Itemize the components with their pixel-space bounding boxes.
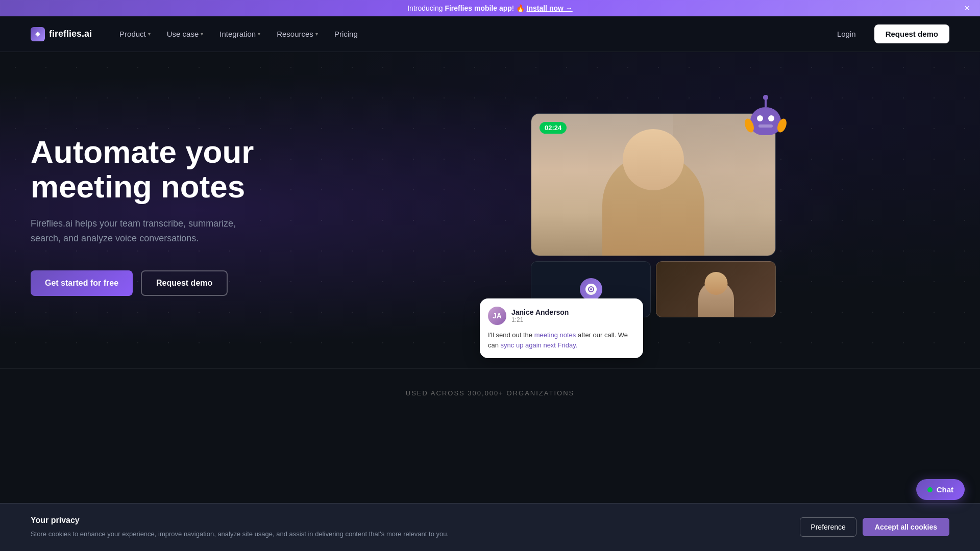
cookie-text: Your privacy Store cookies to enhance yo… [31,516,769,539]
nav-item-integration[interactable]: Integration ▾ [212,26,267,42]
get-started-button[interactable]: Get started for free [31,270,133,296]
chat-message: I'll send out the meeting notes after ou… [488,330,635,350]
main-video: 02:24 [531,113,776,256]
chevron-down-icon: ▾ [315,31,318,37]
logo-text: fireflies.ai [49,29,92,39]
cookie-description: Store cookies to enhance your experience… [31,529,769,539]
hero-subtitle: Fireflies.ai helps your team transcribe,… [31,216,245,246]
logo-icon [31,27,45,41]
chat-widget-button[interactable]: Chat [916,479,965,500]
video-timer: 02:24 [540,122,567,134]
chevron-down-icon: ▾ [201,31,203,37]
participant-video [656,261,776,317]
stats-section: USED ACROSS 300,000+ ORGANIZATIONS [0,368,980,433]
chat-timestamp: 1:21 [511,316,569,323]
banner-text: Introducing Fireflies mobile app! 🔥 Inst… [407,4,573,12]
notetaker-logo [580,278,602,300]
banner-close-button[interactable]: × [964,3,970,14]
avatar: JA [488,307,506,325]
nav-right: Login Request demo [827,24,949,43]
chat-bubble-header: JA Janice Anderson 1:21 [488,307,635,325]
cookie-banner: Your privacy Store cookies to enhance yo… [0,503,980,552]
chat-online-indicator [927,487,933,492]
hero-buttons: Get started for free Request demo [31,270,327,296]
chevron-down-icon: ▾ [258,31,260,37]
nav-item-product[interactable]: Product ▾ [112,26,158,42]
chat-widget-label: Chat [937,485,953,494]
stats-label: USED ACROSS 300,000+ ORGANIZATIONS [31,389,949,397]
nav-item-resources[interactable]: Resources ▾ [270,26,325,42]
hero-content: Automate your meeting notes Fireflies.ai… [31,135,327,296]
nav-item-usecase[interactable]: Use case ▾ [160,26,211,42]
chevron-down-icon: ▾ [148,31,151,37]
cookie-title: Your privacy [31,516,769,525]
preference-button[interactable]: Preference [800,517,856,537]
chat-person-name: Janice Anderson [511,308,569,316]
request-demo-button-hero[interactable]: Request demo [141,270,228,296]
hero-title: Automate your meeting notes [31,135,327,204]
login-button[interactable]: Login [827,26,866,42]
svg-point-1 [37,33,39,35]
video-demo-container: 02:24 JA Janice Anderson 1:21 [531,113,776,317]
nav-links: Product ▾ Use case ▾ Integration ▾ Resou… [112,26,827,42]
navbar: fireflies.ai Product ▾ Use case ▾ Integr… [0,16,980,52]
hero-section: Automate your meeting notes Fireflies.ai… [0,52,980,368]
hero-visual: 02:24 JA Janice Anderson 1:21 [327,113,949,317]
logo[interactable]: fireflies.ai [31,27,92,41]
chat-bubble: JA Janice Anderson 1:21 I'll send out th… [480,298,643,358]
top-banner: Introducing Fireflies mobile app! 🔥 Inst… [0,0,980,16]
request-demo-button[interactable]: Request demo [874,24,949,43]
cookie-buttons: Preference Accept all cookies [800,517,949,537]
nav-item-pricing[interactable]: Pricing [327,26,365,42]
svg-point-3 [590,288,592,290]
accept-cookies-button[interactable]: Accept all cookies [863,518,949,536]
banner-install-link[interactable]: Install now → [527,4,573,12]
robot-mascot [745,98,791,144]
